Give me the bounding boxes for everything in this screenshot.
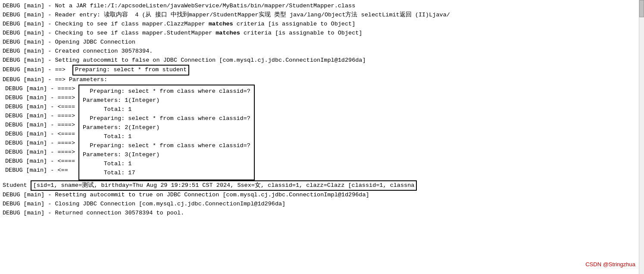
nested-prefix-2: DEBUG [main] - ====> [3,94,78,103]
matches-text: matches [209,21,233,27]
nested-line-7: Preparing: select * from class where cla… [83,142,250,151]
log-line-2: DEBUG [main] - Reader entry: 读取内容 4 (从 接… [0,11,644,20]
log-text: DEBUG [main] - Checking to see if class … [3,21,209,27]
nested-line-1: Preparing: select * from class where cla… [83,87,250,96]
log-line-7: DEBUG [main] - Setting autocommit to fal… [0,56,644,65]
nested-prefix-5: DEBUG [main] - ====> [3,121,78,130]
nested-prefix-10: DEBUG [main] - <== [3,166,78,175]
log-text-after: criteria [is assignable to Object] [233,21,356,27]
log-line-reset: DEBUG [main] - Resetting autocommit to t… [0,191,644,200]
log-line-9: DEBUG [main] - ==> Parameters: [0,76,644,85]
nested-prefix-8: DEBUG [main] - ====> [3,148,78,157]
log-line-6: DEBUG [main] - Created connection 305783… [0,47,644,56]
student-result-line: Student [sid=1, sname=测试, birthday=Thu A… [0,180,644,191]
log-line-1: DEBUG [main] - Not a JAR file:/I:/apcsod… [0,2,644,11]
nested-line-3: Total: 1 [83,105,250,114]
nested-line-6: Total: 1 [83,132,250,142]
console-output: DEBUG [main] - Not a JAR file:/I:/apcsod… [0,0,644,274]
log-line-closing: DEBUG [main] - Closing JDBC Connection [… [0,200,644,209]
log-line-4: DEBUG [main] - Checking to see if class … [0,29,644,38]
nested-line-8: Parameters: 3(Integer) [83,151,250,160]
nested-prefix-3: DEBUG [main] - <==== [3,103,78,112]
scrollbar-thumb[interactable] [639,0,644,17]
student-data-box: [sid=1, sname=测试, birthday=Thu Aug 29 19… [31,180,417,191]
nested-prefix-4: DEBUG [main] - ====> [3,112,78,121]
log-line-5: DEBUG [main] - Opening JDBC Connection [0,38,644,47]
watermark: CSDN @Stringzhua [585,260,635,269]
nested-prefix-6: DEBUG [main] - <==== [3,130,78,139]
nested-prefix-9: DEBUG [main] - <==== [3,157,78,166]
nested-line-2: Parameters: 1(Integer) [83,96,250,105]
log-line-3: DEBUG [main] - Checking to see if class … [0,20,644,29]
nested-line-10: Total: 17 [83,169,250,178]
nested-prefix-lines: DEBUG [main] - ====> DEBUG [main] - ====… [3,85,78,175]
scrollbar[interactable] [639,0,644,274]
nested-section: DEBUG [main] - ====> DEBUG [main] - ====… [0,85,644,180]
nested-prefix-7: DEBUG [main] - ====> [3,139,78,148]
log-text: DEBUG [main] - Checking to see if class … [3,30,216,36]
nested-line-9: Total: 1 [83,160,250,169]
log-line-returned: DEBUG [main] - Returned connection 30578… [0,209,644,218]
nested-content-block: Preparing: select * from class where cla… [78,85,255,180]
nested-prefix-1: DEBUG [main] - ====> [3,85,78,94]
nested-line-4: Preparing: select * from class where cla… [83,114,250,123]
nested-line-5: Parameters: 2(Integer) [83,123,250,132]
log-line-8: DEBUG [main] - ==> Preparing: select * f… [0,65,644,76]
log-text-after2: criteria [is assignable to Object] [240,30,363,36]
preparing-box: Preparing: select * from student [72,65,189,76]
matches-text2: matches [216,30,240,36]
